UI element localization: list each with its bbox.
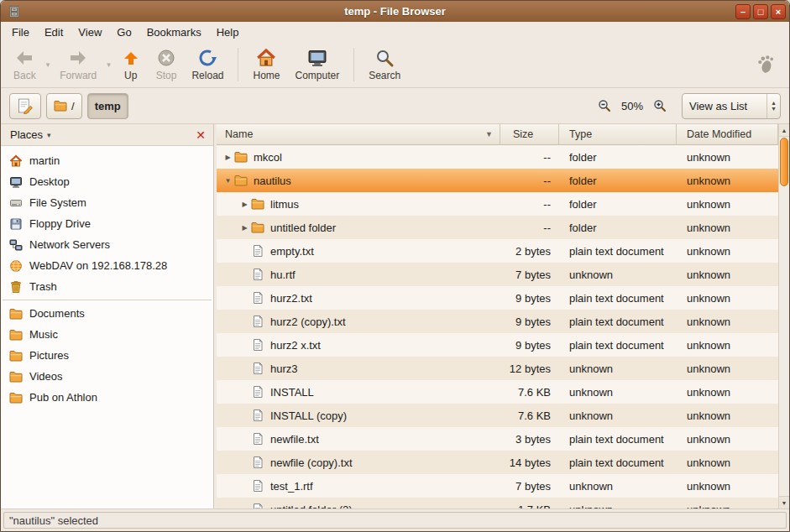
table-row[interactable]: INSTALL (copy) 7.6 KB unknown unknown [217,404,778,427]
cell-date: unknown [677,456,778,469]
scroll-down-button[interactable]: ▼ [779,496,789,509]
scroll-up-button[interactable]: ▲ [779,124,789,137]
menu-file[interactable]: File [4,23,37,41]
cell-date: unknown [677,292,778,305]
sidebar-item-desktop[interactable]: Desktop [1,171,213,192]
sidebar-item-pictures[interactable]: Pictures [1,345,213,366]
computer-icon [307,48,327,68]
table-row[interactable]: empty.txt 2 bytes plain text document un… [217,239,778,263]
menu-help[interactable]: Help [209,23,247,41]
places-selector-button[interactable]: Places ▾ [5,127,56,143]
cell-type: folder [559,151,677,164]
cell-type: plain text document [559,339,677,352]
text-file-icon [251,479,264,493]
close-button[interactable]: × [771,4,786,19]
table-row[interactable]: test_1.rtf 7 bytes unknown unknown [217,474,778,498]
back-button[interactable]: Back [6,45,44,84]
computer-button[interactable]: Computer [288,45,348,84]
scrollbar-thumb[interactable] [780,138,788,186]
zoom-in-button[interactable] [650,96,670,116]
sidebar-item-martin[interactable]: martin [1,150,213,171]
forward-button[interactable]: Forward [52,45,104,84]
path-button-temp[interactable]: temp [87,93,128,119]
cell-date: unknown [677,503,778,509]
sidebar-item-trash[interactable]: Trash [1,276,213,297]
cell-size: 12 bytes [500,362,559,375]
column-header-date-modified[interactable]: Date Modified [677,124,778,145]
reload-button[interactable]: Reload [184,45,231,84]
table-row[interactable]: INSTALL 7.6 KB unknown unknown [217,380,778,404]
folder-icon [251,197,264,211]
menu-go[interactable]: Go [109,23,139,41]
cell-date: unknown [677,409,778,422]
sidebar-item-floppy-drive[interactable]: Floppy Drive [1,213,213,234]
search-button[interactable]: Search [361,45,408,84]
cell-type: unknown [559,386,677,399]
column-header-type[interactable]: Type [559,124,677,145]
cell-size: 9 bytes [500,339,559,352]
text-file-icon [251,432,264,446]
table-row[interactable]: untitled folder (2) 1.7 KB unknown unkno… [217,498,778,509]
network-icon [9,238,23,252]
expander-icon[interactable]: ▶ [222,154,234,161]
column-header-size[interactable]: Size [500,124,559,145]
table-row[interactable]: newfile.txt 3 bytes plain text document … [217,427,778,451]
places-header: Places ▾ ✕ [1,124,213,146]
text-file-icon [251,315,264,328]
table-row[interactable]: hurz2.txt 9 bytes plain text document un… [217,286,778,310]
table-row[interactable]: hu.rtf 7 bytes unknown unknown [217,263,778,286]
sidebar-item-documents[interactable]: Documents [1,303,213,324]
forward-history-dropdown-icon[interactable]: ▾ [104,60,113,69]
expander-icon[interactable]: ▶ [238,201,251,208]
view-mode-select[interactable]: View as List ▴▾ [682,93,781,119]
back-history-dropdown-icon[interactable]: ▾ [44,60,53,69]
expander-icon[interactable]: ▶ [238,224,251,232]
table-row-selected[interactable]: ▼nautilus -- folder unknown [217,169,778,192]
zoom-out-icon [598,99,611,112]
table-row[interactable]: ▶litmus -- folder unknown [217,192,778,216]
text-file-icon [251,456,264,469]
toggle-location-entry-button[interactable] [9,93,41,119]
sidebar-item-videos[interactable]: Videos [1,366,213,387]
table-row[interactable]: hurz2 (copy).txt 9 bytes plain text docu… [217,310,778,333]
folder-icon [9,391,23,404]
sort-indicator-icon: ▼ [485,130,493,138]
file-browser-window: temp - File Browser – □ × File Edit View… [0,0,790,532]
toolbar-separator [238,48,238,81]
table-row[interactable]: hurz3 12 bytes unknown unknown [217,357,778,380]
cell-size: 9 bytes [500,316,559,328]
sidebar-item-file-system[interactable]: File System [1,192,213,213]
table-row[interactable]: ▶mkcol -- folder unknown [217,145,778,169]
path-button-root[interactable]: / [46,93,82,119]
text-file-icon [251,362,264,375]
expander-icon[interactable]: ▼ [222,177,234,185]
cell-date: unknown [677,362,778,375]
table-row[interactable]: hurz2 x.txt 9 bytes plain text document … [217,333,778,357]
table-row[interactable]: newfile (copy).txt 14 bytes plain text d… [217,451,778,474]
stop-icon [156,48,176,68]
stop-button[interactable]: Stop [149,45,185,84]
table-row[interactable]: ▶untitled folder -- folder unknown [217,216,778,239]
cell-size: 3 bytes [500,433,559,446]
zoom-out-button[interactable] [594,96,615,116]
cell-date: unknown [677,198,778,211]
trash-icon [9,280,23,294]
menu-view[interactable]: View [71,23,109,41]
close-sidebar-button[interactable]: ✕ [192,128,209,142]
cell-size: 7.6 KB [500,386,559,399]
column-header-name[interactable]: Name ▼ [217,124,500,145]
vertical-scrollbar[interactable]: ▲ ▼ [778,124,789,509]
text-file-icon [251,268,264,281]
cell-size: 7 bytes [500,269,559,281]
menu-bookmarks[interactable]: Bookmarks [139,23,209,41]
minimize-button[interactable]: – [735,4,751,19]
sidebar-item-music[interactable]: Music [1,324,213,345]
maximize-button[interactable]: □ [753,4,768,19]
home-button[interactable]: Home [245,45,287,84]
sidebar-item-pub-on-athlon[interactable]: Pub on Athlon [1,387,213,408]
up-button[interactable]: Up [113,45,149,84]
titlebar[interactable]: temp - File Browser – □ × [1,1,789,22]
menu-edit[interactable]: Edit [37,23,71,41]
sidebar-item-network-servers[interactable]: Network Servers [1,234,213,255]
sidebar-item-webdav[interactable]: WebDAV on 192.168.178.28 [1,255,213,276]
